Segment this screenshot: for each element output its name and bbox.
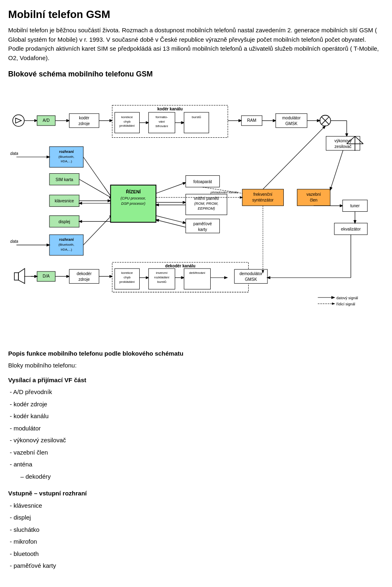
svg-text:zdroje: zdroje [78, 277, 90, 282]
svg-rect-103 [14, 273, 18, 280]
svg-text:klávesnice: klávesnice [55, 199, 74, 203]
vstupne-item-0: - klávesnice [10, 500, 380, 511]
page-title: Mobilní telefon GSM [8, 8, 380, 21]
svg-text:DSP procesor): DSP procesor) [121, 202, 145, 206]
svg-text:prokládání: prokládání [119, 124, 135, 128]
vysilaci-item-6: - anténa [10, 459, 380, 470]
svg-text:modulátor: modulátor [282, 116, 301, 120]
block-diagram: A/D kodér zdroje kodér kanálu korekce ch… [8, 83, 380, 340]
vstupne-item-4: - bluetooth [10, 549, 380, 559]
svg-text:kodér kanálu: kodér kanálu [157, 107, 183, 111]
svg-text:člen: člen [310, 198, 318, 202]
svg-text:formáto-: formáto- [156, 115, 168, 119]
svg-text:vání: vání [158, 120, 165, 123]
svg-text:chyb: chyb [124, 120, 131, 123]
svg-text:kodér: kodér [79, 116, 89, 120]
svg-text:inverzní: inverzní [156, 271, 168, 275]
svg-line-79 [156, 216, 186, 223]
description-section: Popis funkce mobilního telefonu podle bl… [8, 348, 380, 571]
vstupne-item-5: - paměťové karty [10, 560, 380, 571]
vysilaci-item-1: - kodér zdroje [10, 399, 380, 410]
svg-text:fotoaparát: fotoaparát [193, 179, 212, 184]
vysilaci-item-2: - kodér kanálu [10, 411, 380, 421]
svg-text:přeladování kanálu: přeladování kanálu [210, 190, 238, 194]
svg-text:dekodér: dekodér [77, 271, 92, 276]
vstupne-item-2: - sluchátko [10, 524, 380, 535]
svg-text:(ROM, PROM,: (ROM, PROM, [194, 202, 218, 206]
svg-text:rozhraní: rozhraní [59, 237, 74, 242]
svg-text:synténzátor: synténzátor [252, 198, 274, 202]
svg-text:rozkládání: rozkládání [154, 276, 169, 279]
svg-text:burstů: burstů [157, 280, 166, 284]
svg-text:tuner: tuner [350, 204, 360, 208]
svg-text:A/D: A/D [43, 118, 50, 123]
svg-line-49 [79, 179, 112, 199]
svg-text:vnitřní paměti: vnitřní paměti [194, 196, 219, 201]
svg-line-80 [156, 220, 186, 227]
svg-line-46 [83, 157, 112, 198]
vysilaci-item-4: - výkonový zesilovač [10, 435, 380, 446]
svg-text:šifrování: šifrování [156, 124, 168, 128]
vysilaci-item-5: - vazební člen [10, 447, 380, 458]
svg-text:korekce: korekce [121, 115, 133, 119]
intro-paragraph: Mobilní telefon je běžnou součástí život… [8, 26, 380, 63]
svg-marker-104 [18, 269, 24, 283]
vysilaci-item-0: - A/D převodník [10, 387, 380, 397]
svg-text:IrDA,...): IrDA,...) [61, 159, 72, 163]
svg-text:datový signál: datový signál [336, 296, 358, 300]
svg-marker-1 [16, 118, 21, 123]
svg-text:prokládání: prokládání [119, 280, 135, 284]
svg-text:GMSK: GMSK [245, 277, 257, 282]
svg-text:dešifrování: dešifrování [189, 271, 205, 275]
svg-text:frekvenční: frekvenční [254, 192, 273, 197]
svg-text:rozhraní: rozhraní [59, 150, 74, 154]
svg-text:SIM karta: SIM karta [56, 177, 74, 182]
svg-line-91 [330, 150, 343, 190]
diagram-title: Blokové schéma mobilního telefonu GSM [8, 70, 380, 78]
vysilaci-item-7: – dekodéry [20, 471, 380, 482]
svg-text:data: data [10, 151, 18, 156]
popis-title: Popis funkce mobilního telefonu podle bl… [8, 350, 183, 357]
vstupne-item-3: - mikrofon [10, 536, 380, 547]
svg-text:dekodér kanálu: dekodér kanálu [165, 264, 196, 268]
svg-point-0 [13, 115, 24, 126]
svg-text:řídicí signál: řídicí signál [336, 302, 355, 306]
svg-text:demodulátor: demodulátor [239, 271, 263, 276]
svg-text:zesilovač: zesilovač [334, 144, 352, 149]
svg-text:(Bluetooth,: (Bluetooth, [58, 243, 74, 246]
svg-text:karty: karty [198, 227, 207, 232]
svg-text:korekce: korekce [121, 271, 133, 275]
svg-text:GMSK: GMSK [285, 121, 298, 126]
svg-text:D/A: D/A [43, 274, 50, 278]
vysilaci-title: Vysílací a přijímací VF část [8, 375, 380, 385]
svg-text:ekvalizátor: ekvalizátor [341, 227, 361, 231]
svg-line-63 [83, 215, 112, 245]
svg-text:data: data [10, 239, 18, 244]
svg-text:paměťové: paměťové [194, 222, 212, 226]
svg-text:chyb: chyb [124, 276, 131, 279]
svg-rect-84 [242, 189, 283, 206]
vysilaci-item-3: - modulátor [10, 423, 380, 434]
svg-text:ŘÍZENÍ: ŘÍZENÍ [126, 189, 141, 194]
svg-text:RAM: RAM [247, 118, 256, 123]
description-title: Popis funkce mobilního telefonu podle bl… [8, 348, 380, 359]
svg-text:(CPU procesor,: (CPU procesor, [120, 196, 146, 200]
svg-text:výkonový: výkonový [334, 139, 352, 143]
svg-line-68 [156, 183, 186, 193]
svg-text:displej: displej [58, 220, 70, 224]
svg-text:vazební: vazební [307, 192, 321, 197]
vstupne-title: Vstupně – vstupní rozhraní [8, 488, 380, 499]
bloky-label: Bloky mobilního telefonu: [8, 360, 380, 371]
svg-text:(Bluetooth,: (Bluetooth, [58, 155, 74, 159]
svg-text:EEPROM): EEPROM) [198, 206, 215, 211]
svg-text:zdroje: zdroje [78, 121, 90, 126]
svg-text:IrDA,...): IrDA,...) [61, 248, 72, 251]
svg-text:burstů: burstů [192, 115, 201, 119]
svg-rect-88 [297, 189, 330, 206]
vstupne-item-1: - displej [10, 512, 380, 523]
svg-line-87 [263, 126, 325, 189]
